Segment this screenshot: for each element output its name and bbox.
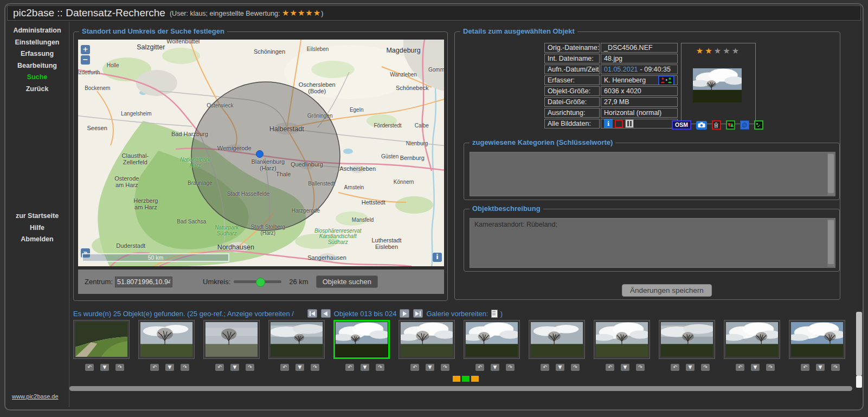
trash-icon[interactable] [712, 120, 721, 130]
gallery-page-square[interactable] [471, 376, 479, 382]
sidebar-item-bearbeitung[interactable]: Bearbeitung [5, 60, 69, 72]
download-button-icon[interactable]: ▼ [556, 364, 564, 371]
sidebar-item-zur-ck[interactable]: Zurück [5, 84, 69, 95]
map-tiles-icon[interactable] [754, 120, 763, 130]
rating-star[interactable]: ★ [705, 46, 713, 56]
download-button-icon[interactable]: ▼ [751, 364, 760, 371]
next-page-button[interactable] [400, 309, 409, 318]
rotate-right-button-icon[interactable]: ↷ [115, 364, 124, 371]
rotate-right-button-icon[interactable]: ↷ [571, 364, 580, 371]
sort-triangles-icon[interactable] [726, 120, 735, 130]
thumbnail[interactable] [268, 320, 325, 359]
thumbnail[interactable] [789, 320, 845, 359]
download-button-icon[interactable]: ▼ [361, 364, 369, 371]
last-page-button[interactable] [413, 309, 423, 318]
rotate-right-button-icon[interactable]: ↷ [441, 364, 449, 371]
thumbnail[interactable] [659, 320, 715, 359]
rotate-left-button-icon[interactable]: ↶ [410, 364, 419, 371]
map-zoom-out-button[interactable]: − [81, 55, 90, 65]
rotate-left-button-icon[interactable]: ↶ [150, 364, 159, 371]
thumbnail[interactable] [464, 320, 520, 359]
sidebar-item-zur-startseite[interactable]: zur Startseite [5, 210, 69, 222]
gallery-page-square[interactable] [453, 376, 460, 382]
thumbnail[interactable] [138, 320, 195, 359]
rotate-left-button-icon[interactable]: ↶ [801, 364, 809, 371]
thumbnail[interactable] [724, 320, 780, 359]
map-attribution-info-button[interactable]: i [433, 253, 442, 262]
download-button-icon[interactable]: ▼ [100, 364, 109, 371]
fingerprint-icon[interactable] [740, 120, 749, 130]
download-button-icon[interactable]: ▼ [230, 364, 239, 371]
rating-star[interactable]: ★ [732, 46, 741, 56]
search-objects-button[interactable]: Objekte suchen [316, 275, 378, 288]
date-link[interactable]: 01.05.2021 [604, 65, 638, 74]
map-canvas[interactable]: SalzgitterWolfenbüttelSchöningenEilslebe… [78, 40, 444, 266]
object-preview-image[interactable] [693, 68, 742, 102]
thumbnail[interactable] [594, 320, 650, 359]
sidebar-item-abmelden[interactable]: Abmelden [5, 234, 69, 246]
download-button-icon[interactable]: ▼ [491, 364, 499, 371]
gallery-document-icon[interactable] [491, 310, 498, 318]
rotate-left-button-icon[interactable]: ↶ [736, 364, 744, 371]
red-frame-icon[interactable] [615, 120, 623, 128]
rotate-left-button-icon[interactable]: ↶ [215, 364, 224, 371]
rating-star[interactable]: ★ [723, 46, 731, 56]
rotate-left-button-icon[interactable]: ↶ [671, 364, 679, 371]
rotate-left-button-icon[interactable]: ↶ [85, 364, 94, 371]
thumbnail[interactable] [73, 320, 130, 359]
users-icon[interactable] [658, 75, 674, 85]
download-button-icon[interactable]: ▼ [686, 364, 695, 371]
rotate-left-button-icon[interactable]: ↶ [541, 364, 549, 371]
rotate-right-button-icon[interactable]: ↷ [246, 364, 254, 371]
download-button-icon[interactable]: ▼ [165, 364, 174, 371]
rotate-right-button-icon[interactable]: ↷ [766, 364, 775, 371]
thumbnail[interactable] [398, 320, 455, 359]
thumbnail[interactable] [529, 320, 585, 359]
categories-scrollbar[interactable] [827, 153, 834, 195]
columns-icon[interactable] [625, 119, 634, 128]
rotate-right-button-icon[interactable]: ↷ [701, 364, 710, 371]
rotate-right-button-icon[interactable]: ↷ [636, 364, 645, 371]
sidebar-item-einstellungen[interactable]: Einstellungen [5, 37, 69, 49]
sidebar-item-administration[interactable]: Administration [5, 25, 69, 37]
camera-icon[interactable] [696, 121, 707, 130]
center-coordinates-input[interactable] [115, 277, 172, 287]
rating-star[interactable]: ★ [714, 46, 723, 56]
thumbnail[interactable] [203, 320, 260, 359]
rotate-right-button-icon[interactable]: ↷ [831, 364, 840, 371]
osm-button[interactable]: OSM [672, 120, 691, 130]
radius-slider-knob[interactable] [256, 278, 265, 287]
horizontal-scrollbar[interactable] [69, 386, 852, 391]
rotate-left-button-icon[interactable]: ↶ [280, 364, 289, 371]
object-rating-stars[interactable]: ★★★★★ [681, 46, 755, 56]
download-button-icon[interactable]: ▼ [295, 364, 304, 371]
categories-textarea[interactable] [470, 152, 835, 196]
rotate-left-button-icon[interactable]: ↶ [475, 364, 484, 371]
thumbnail-selected[interactable] [333, 320, 390, 359]
map-zoom-in-button[interactable]: + [81, 45, 90, 54]
description-scrollbar[interactable] [827, 219, 834, 267]
description-textarea[interactable]: Kamerastandort: Rübeland; [470, 218, 835, 268]
gallery-page-square[interactable] [462, 376, 470, 382]
previous-page-button[interactable] [321, 309, 331, 318]
download-button-icon[interactable]: ▼ [426, 364, 434, 371]
gallery-vertical-scrollbar[interactable] [856, 312, 862, 388]
sidebar-item-hilfe[interactable]: Hilfe [5, 222, 69, 234]
rotate-right-button-icon[interactable]: ↷ [506, 364, 515, 371]
rotate-right-button-icon[interactable]: ↷ [376, 364, 384, 371]
footer-website-link[interactable]: www.pic2base.de [12, 393, 59, 400]
download-button-icon[interactable]: ▼ [816, 364, 825, 371]
rotate-right-button-icon[interactable]: ↷ [181, 364, 189, 371]
radius-slider[interactable] [234, 280, 281, 283]
sidebar-item-erfassung[interactable]: Erfassung [5, 48, 69, 60]
sidebar-item-suche[interactable]: Suche [5, 72, 69, 84]
rotate-left-button-icon[interactable]: ↶ [606, 364, 614, 371]
image-info-icon[interactable]: i [604, 119, 613, 128]
rotate-left-button-icon[interactable]: ↶ [345, 364, 354, 371]
rating-star[interactable]: ★ [696, 46, 705, 56]
download-button-icon[interactable]: ▼ [621, 364, 629, 371]
sidebar-menu: AdministrationEinstellungenErfassungBear… [5, 25, 69, 95]
rotate-right-button-icon[interactable]: ↷ [311, 364, 319, 371]
save-changes-button[interactable]: Änderungen speichern [622, 284, 712, 297]
first-page-button[interactable] [307, 309, 317, 318]
